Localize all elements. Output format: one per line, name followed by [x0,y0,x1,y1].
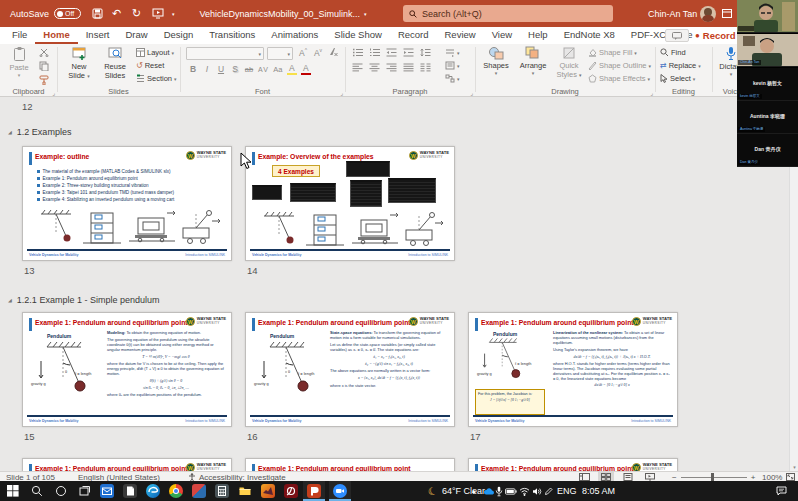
numbering-icon[interactable] [369,48,380,57]
select-button[interactable]: Select ▾ [660,73,695,84]
zoom-slider[interactable] [681,477,747,478]
tab-file[interactable]: File [4,27,35,44]
ribbon-display-options-button[interactable] [722,0,732,27]
quick-styles-button[interactable]: Quick Styles ▾ [554,46,584,79]
shape-outline-button[interactable]: Shape Outline ▾ [588,60,651,71]
align-center-icon[interactable] [369,63,380,72]
slide-thumbnail-15[interactable]: Example 1: Pendulum around equilibrium p… [22,312,232,427]
copy-icon[interactable] [39,61,49,71]
tab-animations[interactable]: Animations [263,27,326,44]
decrease-indent-icon[interactable] [386,48,397,57]
slide-thumbnail-20[interactable]: Example 1: Pendulum around equilibrium p… [468,458,678,471]
slide-thumbnail-14[interactable]: Example: Overview of the examples W WAYN… [245,146,455,261]
taskbar-calculator-app[interactable] [211,481,233,501]
convert-smartart-button[interactable]: ▾ [445,73,460,84]
language-tray-indicator[interactable]: ENG [557,481,577,501]
section-header-examples[interactable]: ◢ 1.2 Examples [8,127,71,137]
redo-button[interactable]: ↻ [132,0,141,27]
text-direction-button[interactable]: ▾ [445,47,460,58]
font-dialog-launcher[interactable]: ⌟ [340,89,343,96]
reuse-slides-button[interactable]: Reuse Slides [98,46,132,80]
strikethrough-button[interactable]: ab [244,65,254,74]
slide-thumbnail-16[interactable]: Example 1: Pendulum around equilibrium p… [245,312,455,427]
slide-thumbnail-13[interactable]: Example: outline W WAYNE STATEUNIVERSITY… [22,146,232,261]
tab-record[interactable]: Record [390,27,437,44]
replace-button[interactable]: ⇄ Replace ▾ [660,60,701,71]
align-left-icon[interactable] [352,63,363,72]
tab-review[interactable]: Review [437,27,484,44]
taskbar-mail-app[interactable] [96,481,118,501]
taskbar-remote-app[interactable] [188,481,210,501]
comments-button[interactable] [665,29,689,42]
text-shadow-button[interactable]: S [230,64,240,74]
font-color-button[interactable]: A [301,63,311,75]
wifi-tray-icon[interactable] [519,481,530,501]
taskbar-file-explorer[interactable] [234,481,256,501]
participant-video-tile[interactable]: Dan 黄丹仪 Dan 黄丹仪 [737,134,798,167]
new-slide-button[interactable]: New Slide ▾ [62,46,96,80]
slide-thumbnail-17[interactable]: Example 1: Pendulum around equilibrium p… [468,312,678,427]
font-size-combo[interactable]: ▾ [267,47,293,60]
clear-formatting-icon[interactable] [328,47,338,57]
grow-font-button[interactable]: A^ [298,47,308,58]
tab-endnote[interactable]: EndNote X8 [556,27,623,44]
account-avatar[interactable] [700,0,716,27]
section-button[interactable]: Section ▾ [136,73,177,84]
pen-tray-icon[interactable] [544,481,553,501]
character-spacing-button[interactable]: AV [258,66,269,73]
start-button[interactable] [2,481,24,501]
shapes-button[interactable]: Shapes ▾ [480,46,512,76]
paragraph-dialog-launcher[interactable]: ⌟ [470,89,473,96]
participant-video-tile[interactable]: Auntina 李晓珊 Auntina 李晓珊 [737,101,798,134]
bold-button[interactable]: B [188,64,198,74]
tab-design[interactable]: Design [156,27,202,44]
action-center-button[interactable] [776,481,787,501]
search-bar[interactable] [403,5,613,22]
line-spacing-icon[interactable] [420,48,431,57]
layout-button[interactable]: Layout ▾ [136,47,174,58]
taskbar-acrobat-app[interactable] [280,481,302,501]
participant-video-tile[interactable] [737,0,798,33]
cortana-button[interactable] [50,481,72,501]
paste-button[interactable]: Paste ▾ [3,46,35,78]
justify-icon[interactable] [403,63,414,72]
taskbar-search-button[interactable] [26,481,48,501]
tab-insert[interactable]: Insert [78,27,118,44]
account-name[interactable]: Chin-An Tan [648,0,697,27]
shrink-font-button[interactable]: Av [313,47,323,58]
tray-chevron-button[interactable]: ▴ [472,481,476,501]
volume-tray-icon[interactable] [532,481,542,501]
search-input[interactable] [422,9,592,19]
slide-thumbnail-18[interactable]: Example 1: Pendulum around equilibrium p… [22,458,232,471]
tab-draw[interactable]: Draw [117,27,155,44]
shape-effects-button[interactable]: Shape Effects ▾ [588,73,650,84]
tab-slide-show[interactable]: Slide Show [326,27,390,44]
arrange-button[interactable]: Arrange ▾ [515,46,551,76]
font-name-combo[interactable]: ▾ [186,47,264,60]
onedrive-tray-icon[interactable] [483,481,495,501]
autosave-toggle[interactable]: Off [54,0,81,27]
shape-fill-button[interactable]: Shape Fill ▾ [588,47,637,58]
participant-video-tile[interactable]: Chin-An Tan [737,34,798,67]
clock[interactable]: 8:05 AM [582,481,615,501]
drawing-dialog-launcher[interactable]: ⌟ [650,89,653,96]
taskbar-notes-app[interactable] [119,481,141,501]
start-slideshow-button[interactable] [152,0,164,27]
reset-button[interactable]: ↺ Reset [136,60,164,71]
taskbar-powerpoint-app[interactable] [303,481,325,501]
increase-indent-icon[interactable] [403,48,414,57]
format-painter-icon[interactable] [39,75,49,85]
taskbar-chrome-app[interactable] [165,481,187,501]
scroll-down-arrow[interactable]: ▾ [790,464,798,470]
record-button[interactable]: ● Record [695,28,736,43]
align-text-button[interactable]: ▾ [445,60,460,71]
quick-access-dropdown[interactable]: ▾ [172,0,175,27]
italic-button[interactable]: I [202,64,212,74]
tab-view[interactable]: View [484,27,520,44]
columns-icon[interactable] [420,63,431,72]
taskbar-edge-app[interactable] [142,481,164,501]
clipboard-dialog-launcher[interactable]: ⌟ [52,89,55,96]
task-view-button[interactable] [74,481,96,501]
taskbar-zoom-app[interactable] [329,481,351,501]
highlight-color-button[interactable]: A [287,63,297,75]
